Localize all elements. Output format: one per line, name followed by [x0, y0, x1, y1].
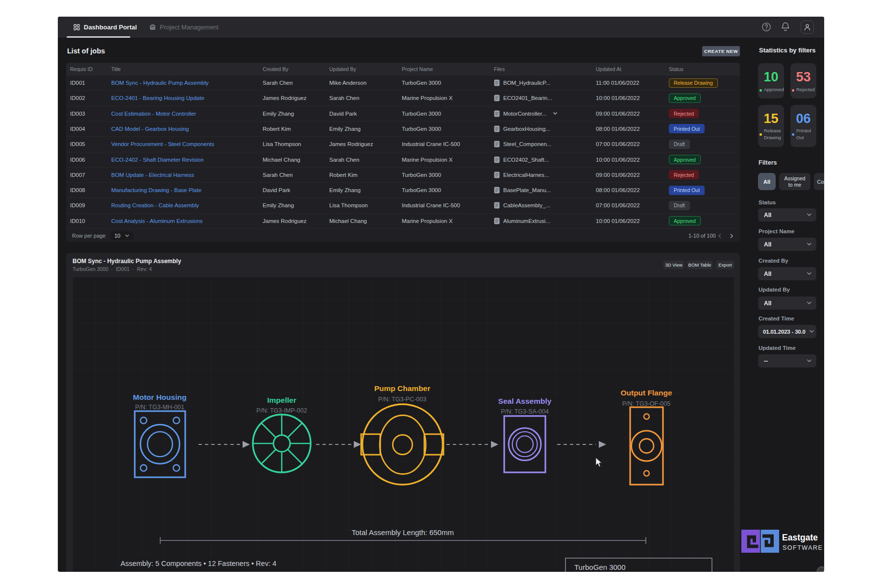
svg-text:P/N: TG3-PC-003: P/N: TG3-PC-003 — [378, 396, 426, 403]
svg-text:Impeller: Impeller — [267, 396, 296, 404]
svg-text:Motor Housing: Motor Housing — [133, 393, 186, 401]
svg-text:Assembly: 5 Components • 12 Fa: Assembly: 5 Components • 12 Fasteners • … — [121, 560, 276, 567]
svg-text:Output Flange: Output Flange — [620, 389, 672, 397]
svg-text:P/N: TG3-OF-005: P/N: TG3-OF-005 — [622, 400, 670, 407]
svg-text:Total Assembly Length: 650mm: Total Assembly Length: 650mm — [352, 528, 454, 537]
svg-text:TurboGen 3000: TurboGen 3000 — [574, 563, 626, 571]
svg-text:Pump Chamber: Pump Chamber — [374, 384, 431, 392]
svg-text:Seal Assembly: Seal Assembly — [498, 397, 552, 405]
svg-text:P/N: TG3-IMP-002: P/N: TG3-IMP-002 — [256, 407, 307, 414]
svg-text:P/N: TG3-MH-001: P/N: TG3-MH-001 — [135, 404, 185, 411]
svg-text:P/N: TG3-SA-004: P/N: TG3-SA-004 — [501, 408, 549, 415]
